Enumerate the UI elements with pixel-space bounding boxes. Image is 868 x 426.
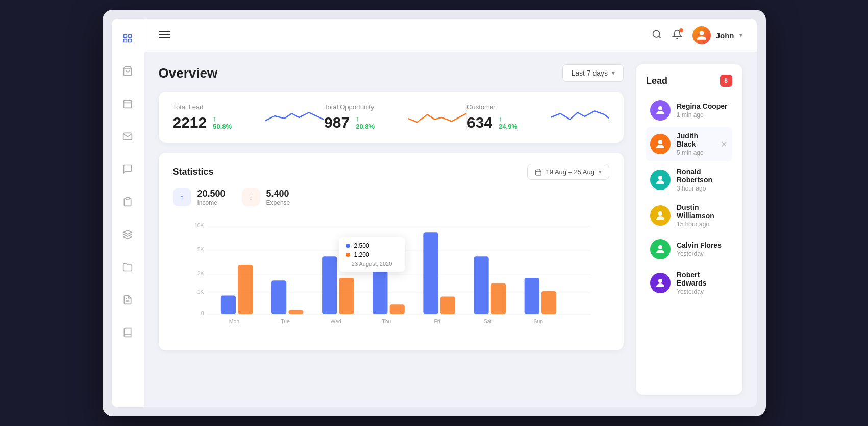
lead-item[interactable]: Judith Black 5 min ago ✕ [646,127,732,161]
svg-rect-36 [288,310,303,314]
stat-lead-value: 2212 [173,114,207,131]
svg-rect-38 [322,256,337,314]
lead-avatar-calvin [650,239,671,259]
statistics-title: Statistics [173,167,214,177]
user-avatar [692,26,711,44]
sidebar-item-chat[interactable] [118,160,137,178]
lead-item[interactable]: Robert Edwards Yesterday [646,266,732,300]
user-info[interactable]: John ▾ [692,26,742,44]
lead-item[interactable]: Calvin Flores Yesterday [646,234,732,265]
search-button[interactable] [652,29,662,42]
lead-item[interactable]: Regina Cooper 1 min ago [646,95,732,126]
lead-time: 1 min ago [677,111,728,119]
svg-marker-10 [123,230,132,234]
sidebar [112,19,144,407]
lead-name: Dustin Williamson [677,203,728,220]
lead-close-button[interactable]: ✕ [720,138,728,150]
sidebar-item-clipboard[interactable] [118,193,137,211]
lead-name: Calvin Flores [677,241,728,249]
lead-badge: 8 [720,75,732,87]
lead-time: 3 hour ago [677,185,728,192]
date-range-label: 19 Aug – 25 Aug [546,168,594,176]
sidebar-item-layers[interactable] [118,225,137,244]
lead-title: Lead [646,76,667,86]
chart-tooltip: 2.500 1.200 23 August, 2020 [339,237,405,272]
topbar: John ▾ [144,19,757,52]
sidebar-item-mail[interactable] [118,127,137,146]
tooltip-value-1: 2.500 [354,242,369,249]
svg-rect-33 [238,265,253,314]
svg-text:10K: 10K [194,223,204,228]
svg-text:2K: 2K [197,271,204,276]
stats-inner-2: Total Opportunity 987 ↑ 20.8% [324,103,466,131]
lead-avatar-robert [650,273,671,293]
lead-header: Lead 8 [646,75,732,87]
tooltip-row-2: 1.200 [346,251,398,258]
date-filter-button[interactable]: Last 7 days ▾ [562,64,624,82]
chevron-icon: ▾ [612,69,615,77]
overview-header: Overview Last 7 days ▾ [159,64,624,82]
lead-time: Yesterday [677,288,728,295]
svg-point-55 [658,176,662,180]
expense-info: 5.400 Expense [266,188,290,206]
lead-avatar-regina [650,100,671,121]
lead-avatar-judith [650,134,671,154]
bar-chart: 10K 5K 2K 1K 0 [173,217,610,339]
income-icon: ↑ [173,188,191,206]
svg-rect-45 [440,297,455,314]
sidebar-item-document[interactable] [118,291,137,309]
sidebar-item-book[interactable] [118,323,137,342]
svg-rect-42 [389,304,404,314]
lead-info-ronald: Ronald Robertson 3 hour ago [677,168,728,192]
svg-text:1K: 1K [197,289,204,295]
lead-time: 15 hour ago [677,221,728,228]
svg-rect-0 [124,35,127,38]
lead-name: Regina Cooper [677,102,728,110]
date-range-chevron: ▾ [599,169,602,175]
lead-info-regina: Regina Cooper 1 min ago [677,102,728,119]
tooltip-value-2: 1.200 [354,251,369,258]
left-panel: Overview Last 7 days ▾ Total Lead [159,64,624,395]
stats-summary: ↑ 20.500 Income ↓ 5.400 Expense [173,188,610,206]
lead-avatar-dustin [650,205,671,226]
lead-item[interactable]: Ronald Robertson 3 hour ago [646,162,732,197]
stat-cust-row: 634 ↑ 24.9% [467,114,520,131]
sidebar-item-grid[interactable] [118,29,137,48]
sidebar-item-folder[interactable] [118,258,137,276]
expense-summary: ↓ 5.400 Expense [242,188,290,206]
tooltip-dot-1 [346,244,350,248]
expense-icon: ↓ [242,188,260,206]
sidebar-item-calendar[interactable] [118,94,137,113]
expense-label: Expense [266,199,290,206]
topbar-left [159,30,170,41]
stats-inner-3: Customer 634 ↑ 24.9% [467,103,609,131]
income-summary: ↑ 20.500 Income [173,188,226,206]
sparkline-opportunity [408,103,466,129]
notification-button[interactable] [672,29,682,42]
hamburger-button[interactable] [159,30,170,41]
svg-rect-18 [535,170,541,175]
svg-rect-3 [129,39,132,42]
tooltip-dot-2 [346,253,350,257]
svg-rect-44 [423,232,438,314]
svg-rect-50 [524,278,539,314]
lead-time: Yesterday [677,250,728,257]
lead-info-dustin: Dustin Williamson 15 hour ago [677,203,728,228]
svg-rect-48 [490,283,505,314]
lead-info-robert: Robert Edwards Yesterday [677,271,728,295]
expense-value: 5.400 [266,188,290,199]
income-label: Income [197,199,226,206]
lead-name: Ronald Robertson [677,168,728,184]
lead-info-judith: Judith Black 5 min ago [677,132,713,156]
date-range-picker[interactable]: 19 Aug – 25 Aug ▾ [527,164,609,180]
svg-point-58 [658,279,662,283]
lead-item[interactable]: Dustin Williamson 15 hour ago [646,198,732,233]
notification-dot [679,28,683,32]
stat-opp-label: Total Opportunity [324,103,377,111]
sidebar-item-cart[interactable] [118,62,137,80]
svg-rect-39 [339,278,354,314]
svg-rect-9 [126,198,130,199]
income-info: 20.500 Income [197,188,226,206]
svg-text:Wed: Wed [330,319,341,324]
statistics-card: Statistics 19 Aug – 25 Aug ▾ [159,153,624,350]
